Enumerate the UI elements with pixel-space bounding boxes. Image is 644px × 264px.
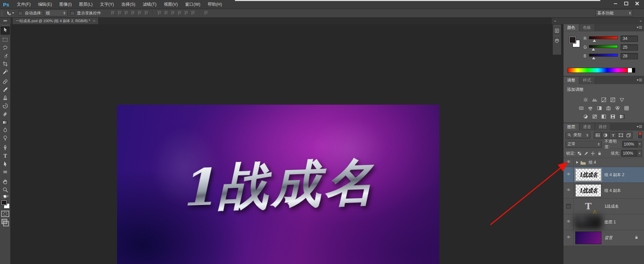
tool-hand[interactable] — [1, 178, 10, 186]
tool-type[interactable]: T — [1, 152, 10, 160]
align-bottom-edges-icon[interactable] — [123, 10, 129, 16]
channel-value-input[interactable]: 25 — [621, 44, 638, 51]
layer-thumbnail[interactable] — [575, 231, 601, 244]
toolbar-grip[interactable] — [2, 25, 8, 26]
layer-row[interactable]: 1战成名组 4 副本 2 — [564, 167, 644, 183]
channel-slider[interactable] — [589, 54, 618, 57]
channel-slider[interactable] — [589, 45, 618, 48]
tool-rectangular-marquee[interactable] — [1, 36, 10, 44]
white-swatch[interactable] — [628, 68, 632, 73]
close-button[interactable] — [633, 1, 641, 6]
distribute-left-edges-icon[interactable] — [177, 10, 182, 16]
layer-visibility-toggle[interactable] — [564, 183, 574, 198]
layer-row[interactable]: 1战成名组 4 副本 — [564, 183, 644, 199]
tab-channels[interactable]: 通道 — [579, 123, 595, 130]
align-horizontal-centers-icon[interactable] — [137, 10, 142, 16]
opacity-dropdown-arrow[interactable] — [638, 141, 642, 148]
align-top-edges-icon[interactable] — [110, 10, 115, 16]
fill-dropdown-arrow[interactable] — [637, 150, 642, 157]
layer-row[interactable]: 背景 — [564, 230, 644, 246]
layer-visibility-toggle[interactable] — [564, 158, 574, 167]
menu-item-5[interactable]: 文字(Y) — [96, 0, 118, 9]
layer-thumbnail[interactable] — [575, 216, 601, 228]
tool-quick-selection[interactable] — [1, 52, 10, 60]
menu-item-2[interactable]: 编辑(E) — [34, 0, 56, 9]
layer-filter-toggle[interactable] — [638, 132, 642, 138]
move-tool-preset[interactable] — [5, 10, 15, 16]
black-swatch[interactable] — [632, 68, 635, 73]
tab-adjustments[interactable]: 调整 — [564, 77, 579, 84]
color-balance-icon[interactable] — [587, 105, 593, 111]
toolbar-collapse-chevron[interactable]: ▶▶ — [0, 17, 11, 24]
channel-value-input[interactable]: 28 — [621, 53, 638, 59]
tool-crop[interactable] — [1, 60, 10, 68]
lock-all-icon[interactable] — [597, 151, 602, 156]
tool-brush[interactable] — [1, 86, 10, 94]
tool-dodge[interactable] — [1, 135, 10, 143]
panel-menu-icon[interactable] — [637, 78, 642, 82]
filter-shape-icon[interactable] — [617, 132, 625, 139]
tool-clone-stamp[interactable] — [1, 94, 10, 102]
tool-eraser[interactable] — [1, 110, 10, 118]
auto-select-checkbox[interactable] — [18, 11, 23, 15]
exposure-icon[interactable] — [610, 97, 616, 102]
menu-item-4[interactable]: 图层(L) — [75, 0, 96, 9]
lock-paint-icon[interactable] — [583, 151, 589, 156]
filter-type-dropdown[interactable]: 类型 — [566, 132, 590, 139]
hue-saturation-icon[interactable] — [578, 105, 584, 111]
tool-spot-healing-brush[interactable] — [1, 78, 10, 86]
invert-icon[interactable] — [583, 114, 589, 119]
menu-item-10[interactable]: 帮助(H) — [204, 0, 225, 9]
gradient-map-icon[interactable] — [610, 114, 616, 119]
document-canvas[interactable]: 1战成名 — [117, 105, 439, 264]
options-bar-grip[interactable] — [1, 10, 3, 16]
filter-pixel-icon[interactable] — [594, 132, 601, 139]
tab-swatches[interactable]: 色板 — [579, 24, 595, 31]
menu-item-9[interactable]: 窗口(W) — [181, 0, 204, 9]
filter-adjustment-icon[interactable] — [601, 132, 609, 139]
strip-grip[interactable] — [554, 35, 560, 37]
menu-item-7[interactable]: 滤镜(T) — [139, 0, 160, 9]
tool-path-selection[interactable] — [1, 160, 10, 168]
posterize-icon[interactable] — [592, 114, 598, 119]
tool-lasso[interactable] — [1, 44, 10, 52]
history-panel-icon[interactable] — [553, 28, 560, 34]
auto-select-target-dropdown[interactable]: 组 — [44, 10, 67, 16]
slider-thumb[interactable] — [592, 57, 595, 59]
swap-colors-icon[interactable]: ⇄ — [2, 195, 9, 199]
foreground-color-swatch[interactable] — [569, 36, 576, 44]
show-transform-controls-checkbox[interactable] — [70, 11, 75, 15]
collapse-panels-icon[interactable]: « — [554, 19, 556, 23]
document-tab[interactable]: 一站成名.psd @ 100% (组 4 副本 2, RGB/8) * × — [13, 17, 99, 24]
minimize-button[interactable] — [611, 1, 620, 6]
auto-align-layers-icon[interactable] — [203, 10, 209, 16]
restore-button[interactable] — [622, 1, 631, 6]
filter-type-icon[interactable]: T — [609, 132, 617, 139]
screen-mode-button[interactable] — [1, 219, 10, 226]
menu-item-3[interactable]: 图像(I) — [56, 0, 75, 9]
channel-slider[interactable] — [589, 36, 618, 39]
panel-menu-icon[interactable] — [637, 125, 642, 129]
tool-move[interactable] — [1, 27, 10, 35]
lock-transparency-icon[interactable] — [577, 151, 582, 156]
blend-mode-dropdown[interactable]: 正常 — [566, 141, 602, 148]
align-left-edges-icon[interactable] — [130, 10, 136, 16]
curves-icon[interactable] — [601, 97, 607, 102]
lock-position-icon[interactable] — [590, 151, 596, 156]
tab-paths[interactable]: 路径 — [595, 123, 611, 130]
expand-panels-icon[interactable]: » — [640, 19, 642, 23]
fill-input[interactable]: 100% — [621, 150, 637, 157]
vibrance-icon[interactable] — [619, 97, 625, 102]
menu-item-8[interactable]: 视图(V) — [160, 0, 181, 9]
distribute-top-edges-icon[interactable] — [157, 10, 162, 16]
channel-mixer-icon[interactable] — [614, 105, 621, 111]
tool-blur[interactable] — [1, 126, 10, 135]
levels-icon[interactable] — [592, 97, 598, 102]
channel-value-input[interactable]: 34 — [621, 36, 638, 42]
3d-panel-icon[interactable] — [553, 38, 560, 44]
layer-thumbnail[interactable]: 1战成名 — [575, 184, 601, 197]
color-lookup-icon[interactable] — [624, 105, 630, 111]
align-vertical-centers-icon[interactable] — [117, 10, 122, 16]
opacity-input[interactable]: 100% — [622, 141, 638, 148]
black-white-icon[interactable] — [596, 105, 602, 111]
